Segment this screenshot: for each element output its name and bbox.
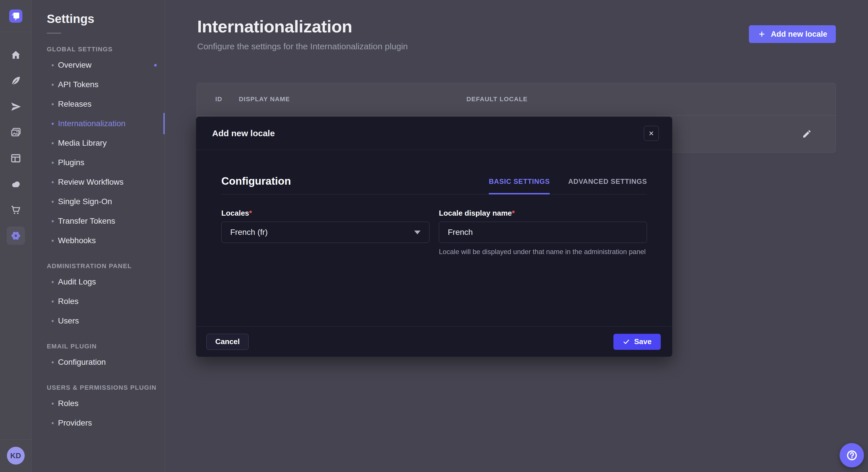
sidebar-item-releases[interactable]: Releases xyxy=(32,94,165,114)
modal-title: Add new locale xyxy=(212,129,275,138)
sidebar-item-overview[interactable]: Overview xyxy=(32,55,165,75)
bullet-icon xyxy=(52,281,54,283)
close-button[interactable] xyxy=(644,126,659,141)
settings-tabs: BASIC SETTINGS ADVANCED SETTINGS xyxy=(489,177,647,194)
bullet-icon xyxy=(52,201,54,203)
locales-select[interactable]: French (fr) xyxy=(221,222,429,243)
sidebar-item-label: Internationalization xyxy=(58,119,125,128)
sidebar-item-transfer-tokens[interactable]: Transfer Tokens xyxy=(32,211,165,231)
bullet-icon xyxy=(52,103,54,105)
save-button[interactable]: Save xyxy=(613,334,661,350)
locales-label-text: Locales xyxy=(221,209,249,217)
nav-rail: KD xyxy=(0,0,32,472)
sidebar-item-label: Webhooks xyxy=(58,236,96,245)
tab-basic-settings[interactable]: BASIC SETTINGS xyxy=(489,177,550,194)
plus-icon xyxy=(757,30,766,38)
layout-window-icon[interactable] xyxy=(7,149,25,167)
marketplace-cart-icon[interactable] xyxy=(7,201,25,219)
sidebar-item-label: Providers xyxy=(58,418,92,428)
sidebar-item-label: API Tokens xyxy=(58,80,98,89)
bullet-icon xyxy=(52,162,54,164)
pencil-icon xyxy=(802,129,812,139)
sidebar-title: Settings xyxy=(47,12,165,26)
question-icon xyxy=(846,449,858,461)
bullet-icon xyxy=(52,84,54,86)
sidebar-item-api-tokens[interactable]: API Tokens xyxy=(32,75,165,94)
display-name-field-group: Locale display name* Locale will be disp… xyxy=(439,209,647,257)
column-header-id: ID xyxy=(197,96,239,103)
sidebar-item-admin-users[interactable]: Users xyxy=(32,311,165,331)
add-new-locale-button[interactable]: Add new locale xyxy=(749,25,836,43)
strapi-logo-icon xyxy=(9,10,22,23)
bullet-icon xyxy=(52,181,54,183)
modal-header: Add new locale xyxy=(196,117,672,150)
page-subtitle: Configure the settings for the Internati… xyxy=(197,42,868,51)
locales-label: Locales* xyxy=(221,209,429,217)
section-header-administration-panel: ADMINISTRATION PANEL xyxy=(47,262,165,270)
section-header-email-plugin: EMAIL PLUGIN xyxy=(47,343,165,350)
modal-footer: Cancel Save xyxy=(196,326,672,357)
sidebar-item-review-workflows[interactable]: Review Workflows xyxy=(32,172,165,192)
cloud-icon[interactable] xyxy=(7,175,25,193)
sidebar-title-divider xyxy=(47,33,61,34)
add-new-locale-modal: Add new locale Configuration BASIC SETTI… xyxy=(196,117,672,357)
bullet-icon xyxy=(52,361,54,363)
modal-body: Configuration BASIC SETTINGS ADVANCED SE… xyxy=(196,150,672,326)
locales-field-group: Locales* French (fr) xyxy=(221,209,429,257)
sidebar-item-label: Users xyxy=(58,316,79,326)
sidebar-item-label: Review Workflows xyxy=(58,177,123,187)
send-plane-icon[interactable] xyxy=(7,98,25,116)
sidebar-item-label: Overview xyxy=(58,61,92,70)
configuration-header-row: Configuration BASIC SETTINGS ADVANCED SE… xyxy=(221,175,647,194)
bullet-icon xyxy=(52,240,54,242)
settings-sidebar: Settings GLOBAL SETTINGS Overview API To… xyxy=(32,0,165,472)
edit-locale-button[interactable] xyxy=(801,128,813,140)
bullet-icon xyxy=(52,320,54,322)
sidebar-item-plugins[interactable]: Plugins xyxy=(32,153,165,172)
rail-bottom-divider xyxy=(0,439,32,440)
sidebar-item-up-providers[interactable]: Providers xyxy=(32,413,165,433)
section-header-users-permissions-plugin: USERS & PERMISSIONS PLUGIN xyxy=(47,384,165,392)
column-header-default-locale: DEFAULT LOCALE xyxy=(466,96,836,103)
settings-gear-icon[interactable] xyxy=(7,227,25,245)
bullet-icon xyxy=(52,422,54,424)
sidebar-item-media-library[interactable]: Media Library xyxy=(32,133,165,153)
sidebar-item-audit-logs[interactable]: Audit Logs xyxy=(32,272,165,292)
sidebar-item-label: Transfer Tokens xyxy=(58,216,115,226)
content-feather-icon[interactable] xyxy=(7,72,25,90)
sidebar-item-webhooks[interactable]: Webhooks xyxy=(32,231,165,250)
strapi-logo[interactable] xyxy=(9,9,22,23)
save-button-label: Save xyxy=(634,337,652,346)
sidebar-item-single-sign-on[interactable]: Single Sign-On xyxy=(32,192,165,211)
sidebar-item-label: Releases xyxy=(58,100,92,109)
section-header-global-settings: GLOBAL SETTINGS xyxy=(47,45,165,53)
help-button[interactable] xyxy=(840,443,864,467)
check-icon xyxy=(623,338,630,345)
sidebar-item-admin-roles[interactable]: Roles xyxy=(32,292,165,311)
bullet-icon xyxy=(52,142,54,144)
display-name-label: Locale display name* xyxy=(439,209,647,217)
bullet-icon xyxy=(52,220,54,222)
cancel-button[interactable]: Cancel xyxy=(206,334,249,350)
close-icon xyxy=(648,130,655,137)
home-icon[interactable] xyxy=(7,46,25,64)
sidebar-item-label: Configuration xyxy=(58,358,106,367)
bullet-icon xyxy=(52,403,54,405)
column-header-display-name: DISPLAY NAME xyxy=(239,96,466,103)
locales-select-value: French (fr) xyxy=(230,228,268,237)
notification-dot xyxy=(154,64,157,67)
user-avatar[interactable]: KD xyxy=(7,447,25,465)
tab-advanced-settings[interactable]: ADVANCED SETTINGS xyxy=(568,177,647,194)
add-new-locale-button-label: Add new locale xyxy=(771,30,827,39)
configuration-title: Configuration xyxy=(221,175,291,194)
display-name-input[interactable] xyxy=(439,222,647,243)
required-asterisk: * xyxy=(512,209,515,217)
sidebar-item-label: Roles xyxy=(58,297,79,306)
sidebar-item-up-roles[interactable]: Roles xyxy=(32,394,165,413)
sidebar-item-internationalization[interactable]: Internationalization xyxy=(32,114,165,133)
sidebar-item-email-configuration[interactable]: Configuration xyxy=(32,352,165,372)
bullet-icon xyxy=(52,301,54,303)
sidebar-item-label: Roles xyxy=(58,399,79,408)
media-images-icon[interactable] xyxy=(7,123,25,142)
locale-form-row: Locales* French (fr) Locale display name… xyxy=(221,209,647,257)
